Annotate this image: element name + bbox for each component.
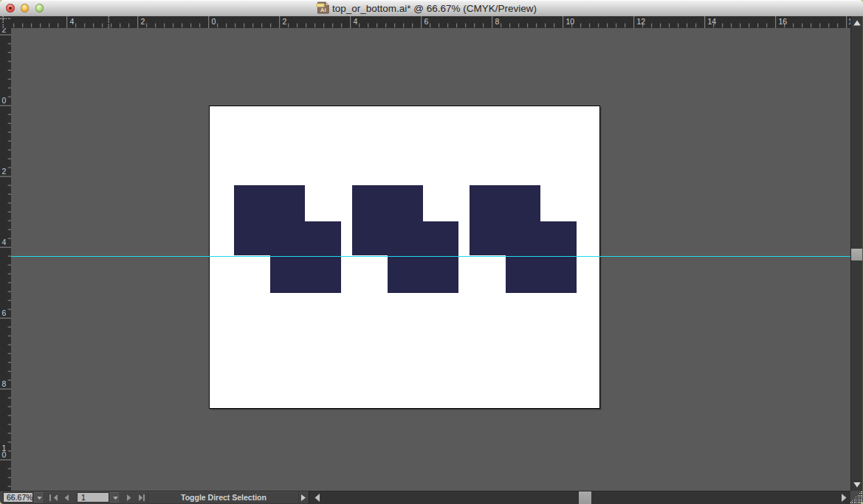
svg-text:1: 1 <box>2 443 7 452</box>
svg-text:0: 0 <box>2 96 7 105</box>
svg-text:2: 2 <box>2 28 7 34</box>
svg-text:8: 8 <box>495 17 500 26</box>
svg-text:16: 16 <box>779 17 788 26</box>
svg-text:4: 4 <box>354 17 358 26</box>
svg-text:10: 10 <box>566 17 575 26</box>
svg-text:Ai: Ai <box>320 7 326 13</box>
svg-text:2: 2 <box>283 17 287 26</box>
svg-text:12: 12 <box>637 17 646 26</box>
svg-text:6: 6 <box>424 17 429 26</box>
svg-text:6: 6 <box>2 308 7 317</box>
svg-text:2: 2 <box>141 17 145 26</box>
svg-text:2: 2 <box>2 167 7 176</box>
svg-text:0: 0 <box>212 17 216 26</box>
svg-text:4: 4 <box>70 17 75 26</box>
svg-text:14: 14 <box>708 17 717 26</box>
svg-text:8: 8 <box>2 379 7 388</box>
svg-text:4: 4 <box>2 238 7 246</box>
